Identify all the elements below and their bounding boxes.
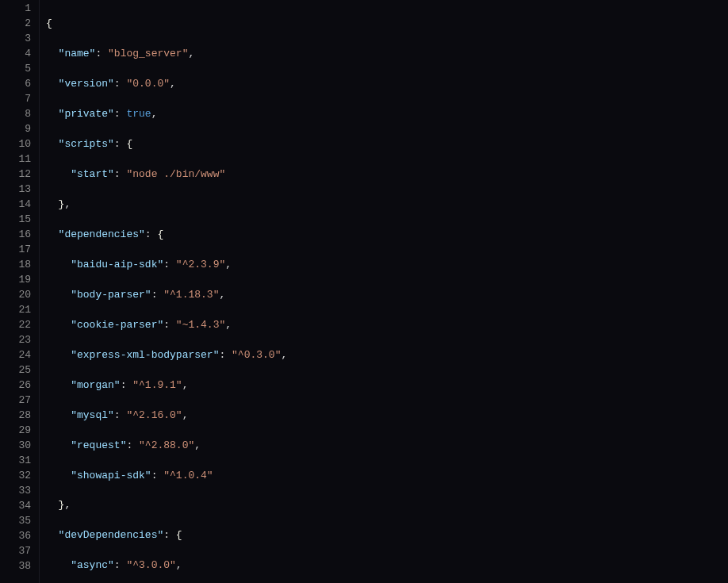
line-number: 3 (0, 32, 31, 47)
line-number: 24 (0, 348, 31, 363)
code-line[interactable]: "scripts": { (46, 137, 728, 152)
line-number-gutter: 1 2 3 4 5 6 7 8 9 10 11 12 13 14 15 16 1… (0, 0, 40, 583)
line-number: 23 (0, 333, 31, 348)
code-line[interactable]: }, (46, 198, 728, 213)
line-number: 9 (0, 122, 31, 137)
line-number: 17 (0, 243, 31, 258)
line-number: 29 (0, 424, 31, 439)
code-line[interactable]: "devDependencies": { (46, 528, 728, 543)
line-number: 31 (0, 454, 31, 469)
line-number: 7 (0, 92, 31, 107)
line-number: 27 (0, 393, 31, 408)
line-number: 11 (0, 152, 31, 167)
code-line[interactable]: { (46, 17, 728, 32)
line-number: 8 (0, 107, 31, 122)
line-number: 37 (0, 544, 31, 559)
line-number: 18 (0, 258, 31, 273)
line-number: 19 (0, 273, 31, 288)
code-line[interactable]: "name": "blog_server", (46, 47, 728, 62)
code-line[interactable]: "private": true, (46, 107, 728, 122)
line-number: 26 (0, 378, 31, 393)
code-line[interactable]: "mysql": "^2.16.0", (46, 408, 728, 424)
line-number: 38 (0, 559, 31, 574)
code-line[interactable]: "version": "0.0.0", (46, 77, 728, 92)
line-number: 4 (0, 47, 31, 62)
line-number: 33 (0, 484, 31, 499)
line-number: 12 (0, 167, 31, 182)
line-number: 15 (0, 213, 31, 228)
line-number: 6 (0, 77, 31, 92)
line-number: 32 (0, 469, 31, 484)
code-line[interactable]: "start": "node ./bin/www" (46, 167, 728, 182)
line-number: 16 (0, 228, 31, 243)
line-number: 35 (0, 514, 31, 529)
code-line[interactable]: "cookie-parser": "~1.4.3", (46, 318, 728, 333)
line-number: 13 (0, 182, 31, 198)
code-content[interactable]: { "name": "blog_server", "version": "0.0… (40, 0, 728, 583)
line-number: 2 (0, 17, 31, 32)
line-number: 5 (0, 62, 31, 77)
code-line[interactable]: "morgan": "^1.9.1", (46, 378, 728, 393)
line-number: 20 (0, 288, 31, 303)
line-number: 34 (0, 499, 31, 514)
line-number: 14 (0, 198, 31, 213)
code-line[interactable]: "body-parser": "^1.18.3", (46, 288, 728, 303)
line-number: 10 (0, 137, 31, 152)
code-line[interactable]: "dependencies": { (46, 228, 728, 243)
line-number: 21 (0, 303, 31, 318)
code-line[interactable]: "showapi-sdk": "^1.0.4" (46, 469, 728, 484)
line-number: 22 (0, 318, 31, 333)
code-line[interactable]: }, (46, 498, 728, 513)
line-number: 30 (0, 439, 31, 454)
code-line[interactable]: "baidu-aip-sdk": "^2.3.9", (46, 258, 728, 273)
line-number: 36 (0, 529, 31, 544)
code-line[interactable]: "async": "^3.0.0", (46, 558, 728, 573)
line-number: 25 (0, 363, 31, 378)
code-line[interactable]: "express-xml-bodyparser": "^0.3.0", (46, 348, 728, 363)
code-editor[interactable]: 1 2 3 4 5 6 7 8 9 10 11 12 13 14 15 16 1… (0, 0, 728, 583)
line-number: 1 (0, 2, 31, 17)
code-line[interactable]: "request": "^2.88.0", (46, 439, 728, 454)
line-number: 28 (0, 408, 31, 424)
